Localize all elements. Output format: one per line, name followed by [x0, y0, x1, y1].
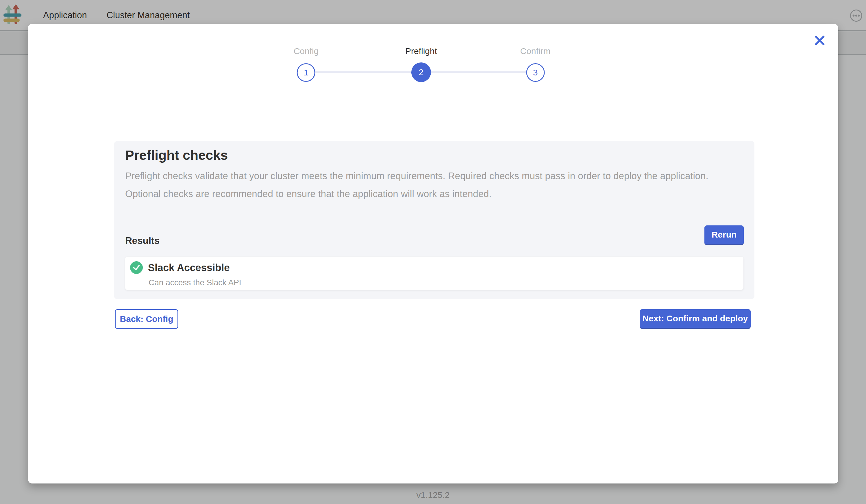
check-pass-icon [130, 261, 143, 274]
step-circle-1[interactable]: 1 [297, 63, 315, 82]
stepper-step-config: Config 1 [294, 45, 319, 82]
preflight-description: Preflight checks validate that your clus… [125, 167, 740, 203]
check-name: Slack Accessible [148, 261, 230, 274]
next-button[interactable]: Next: Confirm and deploy [640, 309, 751, 329]
step-circle-3[interactable]: 3 [526, 63, 545, 82]
stepper: Config 1 Preflight 2 Confirm 3 [28, 24, 838, 99]
back-button[interactable]: Back: Config [115, 309, 178, 329]
preflight-modal: Config 1 Preflight 2 Confirm 3 Preflight… [28, 24, 838, 483]
stepper-connector [306, 71, 421, 73]
step-circle-2[interactable]: 2 [411, 63, 431, 82]
stepper-step-confirm: Confirm 3 [520, 45, 550, 82]
step-label: Config [294, 45, 319, 57]
preflight-title: Preflight checks [125, 147, 228, 163]
preflight-card: Preflight checks Preflight checks valida… [114, 141, 754, 299]
check-message: Can access the Slack API [148, 278, 241, 288]
preflight-check-row: Slack Accessible Can access the Slack AP… [125, 257, 743, 290]
step-label: Confirm [520, 45, 550, 57]
stepper-connector [421, 71, 535, 73]
stepper-step-preflight: Preflight 2 [405, 45, 437, 82]
app-root: Application Cluster Management v1.125.2 [0, 0, 866, 504]
step-label: Preflight [405, 45, 437, 57]
rerun-button[interactable]: Rerun [704, 225, 744, 245]
results-heading: Results [125, 235, 159, 246]
